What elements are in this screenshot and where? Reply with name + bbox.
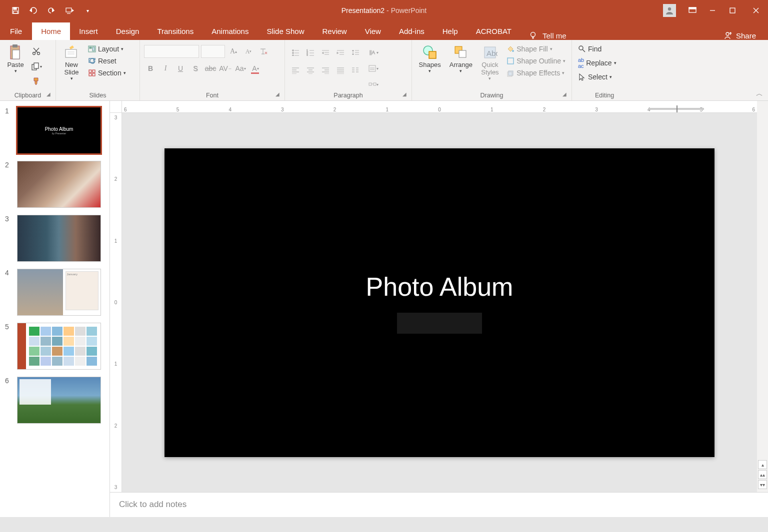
increase-indent-button[interactable] [334, 46, 347, 59]
slide-title-text[interactable]: Photo Album [366, 272, 514, 302]
tab-review[interactable]: Review [313, 22, 356, 40]
notes-pane[interactable]: Click to add notes [110, 492, 768, 517]
underline-button[interactable]: U [174, 62, 187, 75]
increase-font-button[interactable]: A▴ [227, 45, 240, 58]
thumbnail-6[interactable] [17, 377, 101, 424]
numbering-button[interactable]: 123 [304, 46, 317, 59]
svg-rect-28 [92, 70, 95, 72]
font-size-combo[interactable] [201, 45, 225, 58]
tab-transitions[interactable]: Transitions [148, 22, 202, 40]
align-left-button[interactable] [289, 64, 302, 77]
shape-outline-button[interactable]: Shape Outline ▾ [504, 56, 568, 66]
strikethrough-button[interactable]: abc [204, 62, 217, 75]
replace-button[interactable]: abacReplace ▾ [576, 56, 618, 70]
tab-acrobat[interactable]: ACROBAT [467, 22, 520, 40]
italic-button[interactable]: I [159, 62, 172, 75]
group-editing: Find abacReplace ▾ Select ▾ Editing [572, 40, 637, 100]
layout-button[interactable]: Layout ▾ [86, 44, 128, 54]
decrease-font-button[interactable]: A▾ [242, 45, 255, 58]
current-slide[interactable]: Photo Album [164, 148, 714, 457]
line-spacing-button[interactable] [349, 46, 362, 59]
find-button[interactable]: Find [576, 44, 618, 54]
align-text-button[interactable]: ▾ [367, 62, 380, 75]
group-label: Drawing [412, 92, 572, 99]
save-button[interactable] [7, 2, 24, 18]
select-button[interactable]: Select ▾ [576, 72, 618, 82]
ribbon-display-options-button[interactable] [684, 2, 701, 18]
thumbnail-3[interactable] [17, 215, 101, 262]
redo-button[interactable] [43, 2, 60, 18]
slide-canvas[interactable]: Photo Album [122, 113, 757, 492]
tab-design[interactable]: Design [107, 22, 148, 40]
change-case-button[interactable]: Aa▾ [234, 62, 247, 75]
smartart-button[interactable]: ▾ [367, 78, 380, 91]
group-label: Slides [56, 92, 140, 99]
arrange-button[interactable]: Arrange▾ [446, 43, 475, 74]
tab-file[interactable]: File [0, 22, 32, 40]
qat-customize-button[interactable]: ▾ [79, 2, 96, 18]
font-color-button[interactable]: A▾ [249, 62, 262, 75]
cut-button[interactable] [30, 45, 43, 58]
decrease-indent-button[interactable] [319, 46, 332, 59]
new-slide-button[interactable]: New Slide▾ [60, 43, 83, 82]
thumbnail-4[interactable]: January [17, 269, 101, 316]
group-paragraph: 123 ||A▾ ▾ ▾ Paragraph ◢ [285, 40, 412, 100]
drawing-dialog-launcher[interactable]: ◢ [562, 91, 570, 98]
zoom-slider[interactable] [649, 108, 704, 110]
svg-rect-81 [429, 51, 436, 58]
quick-styles-button[interactable]: AbcQuick Styles▾ [478, 43, 502, 82]
tab-addins[interactable]: Add-ins [390, 22, 434, 40]
collapse-ribbon-button[interactable]: ︿ [756, 89, 763, 98]
tab-slideshow[interactable]: Slide Show [258, 22, 313, 40]
tab-insert[interactable]: Insert [70, 22, 107, 40]
clipboard-dialog-launcher[interactable]: ◢ [46, 91, 54, 98]
shapes-button[interactable]: Shapes▾ [416, 43, 444, 74]
format-painter-button[interactable] [30, 75, 43, 88]
shape-fill-button[interactable]: Shape Fill ▾ [504, 44, 568, 54]
scroll-up-button[interactable]: ▴ [758, 460, 767, 469]
font-dialog-launcher[interactable]: ◢ [276, 91, 282, 98]
columns-button[interactable] [349, 64, 362, 77]
text-direction-button[interactable]: ||A▾ [367, 46, 380, 59]
slide-thumbnails-panel[interactable]: 1Photo Albumby Presenter 2 3 4January 5 … [0, 101, 110, 517]
thumbnail-5[interactable] [17, 323, 101, 370]
tab-view[interactable]: View [356, 22, 390, 40]
maximize-button[interactable] [724, 2, 741, 18]
bullets-button[interactable] [289, 46, 302, 59]
shadow-button[interactable]: S [189, 62, 202, 75]
tab-animations[interactable]: Animations [202, 22, 258, 40]
thumbnail-1[interactable]: Photo Albumby Presenter [17, 107, 101, 154]
font-family-combo[interactable] [144, 45, 199, 58]
clear-formatting-button[interactable] [257, 45, 270, 58]
align-right-button[interactable] [319, 64, 332, 77]
char-spacing-button[interactable]: AV↔ [219, 62, 232, 75]
reset-button[interactable]: Reset [86, 56, 128, 66]
copy-button[interactable]: ▾ [30, 60, 43, 73]
paste-button[interactable]: Paste▾ [4, 43, 27, 74]
horizontal-ruler[interactable]: 6543210123456 [122, 101, 757, 113]
bold-button[interactable]: B [144, 62, 157, 75]
svg-rect-6 [689, 7, 696, 9]
paragraph-dialog-launcher[interactable]: ◢ [402, 91, 410, 98]
tab-help[interactable]: Help [434, 22, 467, 40]
slide-subtitle-placeholder[interactable] [397, 313, 482, 334]
shape-effects-button[interactable]: Shape Effects ▾ [504, 68, 568, 78]
undo-button[interactable] [25, 2, 42, 18]
account-avatar[interactable] [663, 4, 676, 17]
section-button[interactable]: Section ▾ [86, 68, 128, 78]
arrange-icon [452, 44, 470, 61]
thumbnail-2[interactable] [17, 161, 101, 208]
next-slide-button[interactable]: ▾▾ [758, 480, 767, 489]
tab-home[interactable]: Home [32, 22, 70, 40]
share-button[interactable]: Share [724, 31, 768, 40]
vertical-ruler[interactable]: 3210123 [110, 113, 122, 492]
start-from-beginning-button[interactable] [61, 2, 78, 18]
vertical-scrollbar[interactable]: ▴ ▴▴ ▾▾ [757, 113, 768, 492]
close-button[interactable] [744, 2, 768, 18]
tell-me[interactable]: Tell me [528, 31, 566, 40]
svg-rect-79 [374, 83, 376, 85]
prev-slide-button[interactable]: ▴▴ [758, 470, 767, 479]
align-center-button[interactable] [304, 64, 317, 77]
justify-button[interactable] [334, 64, 347, 77]
minimize-button[interactable] [704, 2, 721, 18]
